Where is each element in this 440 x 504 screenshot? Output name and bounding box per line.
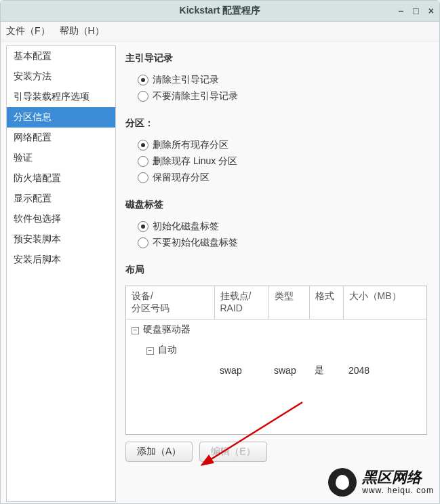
add-button[interactable]: 添加（A） (125, 442, 193, 462)
cell-mount: swap (214, 360, 268, 381)
tree-child-label: 自动 (158, 344, 177, 355)
section-layout-title: 布局 (125, 264, 427, 276)
watermark-title: 黑区网络 (362, 469, 434, 486)
radio-icon (138, 221, 148, 232)
menu-file[interactable]: 文件（F） (6, 25, 50, 37)
radio-icon (138, 140, 148, 151)
cell-format: 是 (309, 360, 343, 381)
col-type[interactable]: 类型 (268, 286, 309, 319)
tree-collapse-icon[interactable]: − (146, 347, 154, 355)
col-size[interactable]: 大小（MB） (343, 286, 426, 319)
app-window: { "title": "Kickstart 配置程序", "menubar": … (0, 0, 440, 504)
sidebar: 基本配置 安装方法 引导装载程序选项 分区信息 网络配置 验证 防火墙配置 显示… (6, 45, 116, 502)
mbr-option-clear[interactable]: 清除主引导记录 (138, 74, 427, 86)
close-button[interactable]: × (428, 6, 434, 16)
radio-label: 保留现存分区 (153, 172, 209, 184)
minimize-button[interactable]: – (399, 6, 404, 16)
disklabel-option-init[interactable]: 初始化磁盘标签 (138, 220, 427, 233)
sidebar-item-install[interactable]: 安装方法 (7, 66, 115, 87)
watermark-url: www. heiqu. com (362, 486, 434, 495)
menu-help[interactable]: 帮助（H） (60, 25, 104, 37)
partition-option-delete-all[interactable]: 删除所有现存分区 (138, 139, 427, 151)
partition-table: 设备/ 分区号码 挂载点/ RAID 类型 格式 大小（MB） −硬盘驱动器 −… (125, 286, 427, 435)
sidebar-item-firewall[interactable]: 防火墙配置 (7, 168, 115, 189)
cell-size: 2048 (343, 360, 426, 381)
mbr-option-keep[interactable]: 不要清除主引导记录 (138, 90, 427, 102)
disklabel-radio-group: 初始化磁盘标签 不要初始化磁盘标签 (138, 216, 427, 253)
radio-label: 清除主引导记录 (153, 74, 219, 86)
radio-icon (138, 75, 148, 85)
body: 基本配置 安装方法 引导装载程序选项 分区信息 网络配置 验证 防火墙配置 显示… (1, 41, 439, 504)
col-device[interactable]: 设备/ 分区号码 (126, 286, 214, 319)
window-title: Kickstart 配置程序 (180, 5, 261, 17)
radio-icon (138, 237, 148, 248)
partition-option-delete-linux[interactable]: 删除现存 Linux 分区 (138, 155, 427, 168)
sidebar-item-display[interactable]: 显示配置 (7, 189, 115, 209)
sidebar-item-postscript[interactable]: 安装后脚本 (7, 250, 115, 270)
radio-label: 初始化磁盘标签 (153, 220, 219, 233)
disklabel-option-keep[interactable]: 不要初始化磁盘标签 (138, 237, 427, 249)
section-mbr-title: 主引导记录 (125, 52, 427, 64)
section-partition-title: 分区： (125, 117, 427, 130)
sidebar-item-bootloader[interactable]: 引导装载程序选项 (7, 87, 115, 107)
partition-option-keep[interactable]: 保留现存分区 (138, 172, 427, 184)
watermark-logo-icon (328, 468, 357, 497)
radio-icon (138, 91, 148, 102)
titlebar: Kickstart 配置程序 – □ × (1, 1, 439, 22)
sidebar-item-partition[interactable]: 分区信息 (7, 107, 115, 128)
mbr-radio-group: 清除主引导记录 不要清除主引导记录 (138, 70, 427, 106)
tree-root-label: 硬盘驱动器 (143, 324, 191, 334)
col-format[interactable]: 格式 (309, 286, 343, 319)
tree-collapse-icon[interactable]: − (132, 327, 139, 334)
cell-type: swap (268, 360, 309, 381)
maximize-button[interactable]: □ (413, 6, 418, 16)
radio-icon (138, 172, 148, 183)
radio-label: 不要清除主引导记录 (153, 90, 238, 102)
main-panel: 主引导记录 清除主引导记录 不要清除主引导记录 分区： 删除所有现存分区 删除现… (120, 41, 439, 504)
button-row: 添加（A） 编辑（E） (125, 442, 427, 462)
col-mount[interactable]: 挂载点/ RAID (214, 286, 268, 319)
table-row[interactable]: swap swap 是 2048 (126, 360, 426, 381)
section-disklabel-title: 磁盘标签 (125, 199, 427, 211)
window-controls: – □ × (399, 1, 434, 21)
sidebar-item-basic[interactable]: 基本配置 (7, 46, 115, 66)
radio-label: 删除所有现存分区 (153, 139, 228, 151)
tree-row-root[interactable]: −硬盘驱动器 (126, 319, 426, 341)
table-header-row: 设备/ 分区号码 挂载点/ RAID 类型 格式 大小（MB） (126, 286, 426, 319)
sidebar-item-packages[interactable]: 软件包选择 (7, 209, 115, 229)
radio-icon (138, 156, 148, 167)
partition-radio-group: 删除所有现存分区 删除现存 Linux 分区 保留现存分区 (138, 135, 427, 188)
edit-button: 编辑（E） (199, 442, 266, 462)
radio-label: 不要初始化磁盘标签 (153, 237, 238, 249)
menubar: 文件（F） 帮助（H） (1, 22, 439, 41)
sidebar-item-auth[interactable]: 验证 (7, 148, 115, 168)
radio-label: 删除现存 Linux 分区 (153, 155, 237, 168)
tree-row-child[interactable]: −自动 (126, 340, 426, 360)
sidebar-item-prescript[interactable]: 预安装脚本 (7, 229, 115, 250)
watermark: 黑区网络 www. heiqu. com (323, 465, 439, 499)
sidebar-item-network[interactable]: 网络配置 (7, 128, 115, 148)
